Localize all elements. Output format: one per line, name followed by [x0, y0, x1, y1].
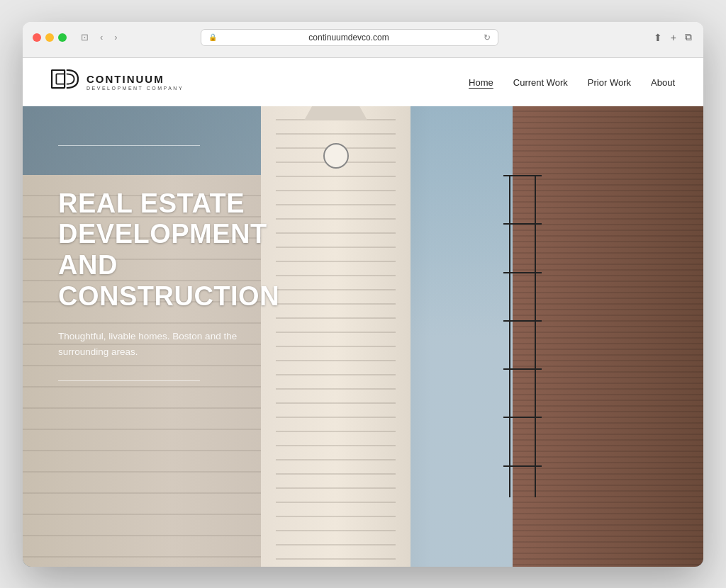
- nav-current-work-link[interactable]: Current Work: [513, 77, 568, 88]
- logo-text: CONTINUUM DEVELOPMENT COMPANY: [86, 74, 184, 91]
- maximize-button[interactable]: [58, 33, 67, 42]
- hero-heading-line1: REAL ESTATE: [58, 188, 245, 218]
- hero-divider-top: [58, 145, 200, 146]
- svg-rect-0: [52, 69, 65, 87]
- building-right: [513, 106, 703, 567]
- website-content: CONTINUUM DEVELOPMENT COMPANY Home Curre…: [23, 58, 703, 567]
- browser-chrome: ⊡ ‹ › 🔒 continuumdevco.com ↻ ⬆ + ⧉: [23, 22, 703, 58]
- lock-icon: 🔒: [208, 33, 217, 41]
- hero-heading-line2: DEVELOPMENT: [58, 219, 267, 249]
- hero-section: REAL ESTATE DEVELOPMENT AND CONSTRUCTION…: [23, 106, 703, 567]
- back-button[interactable]: ‹: [97, 31, 106, 43]
- nav-home-link[interactable]: Home: [469, 77, 493, 88]
- address-bar[interactable]: 🔒 continuumdevco.com ↻: [201, 29, 498, 46]
- fire-escape-step: [503, 223, 542, 225]
- url-text: continuumdevco.com: [221, 33, 476, 43]
- fire-escape-step: [503, 368, 542, 370]
- fire-escape-step: [503, 417, 542, 418]
- logo-icon: [51, 69, 79, 95]
- minimize-button[interactable]: [45, 33, 54, 42]
- nav-about-link[interactable]: About: [651, 77, 675, 88]
- fire-escape: [503, 175, 542, 497]
- hero-subtext: Thoughtful, livable homes. Boston and th…: [58, 329, 257, 359]
- share-button[interactable]: ⬆: [652, 30, 664, 45]
- browser-controls: ⊡ ‹ ›: [78, 31, 121, 43]
- fire-escape-step: [503, 272, 542, 273]
- fire-escape-step: [503, 465, 542, 467]
- fire-escape-step: [503, 320, 542, 322]
- nav-prior-work-link[interactable]: Prior Work: [588, 77, 631, 88]
- traffic-lights: [33, 33, 67, 42]
- svg-rect-1: [56, 74, 65, 84]
- nav-item-prior-work[interactable]: Prior Work: [588, 76, 631, 89]
- nav-links: Home Current Work Prior Work About: [469, 76, 675, 89]
- nav-item-home[interactable]: Home: [469, 76, 493, 89]
- browser-window: ⊡ ‹ › 🔒 continuumdevco.com ↻ ⬆ + ⧉: [23, 22, 703, 567]
- nav-item-current-work[interactable]: Current Work: [513, 76, 568, 89]
- browser-actions: ⬆ + ⧉: [652, 30, 693, 45]
- sidebar-toggle[interactable]: ⊡: [78, 31, 91, 43]
- hero-heading-line3: AND CONSTRUCTION: [58, 250, 279, 311]
- hero-divider-bottom: [58, 380, 200, 381]
- forward-button[interactable]: ›: [111, 31, 120, 43]
- hero-content: REAL ESTATE DEVELOPMENT AND CONSTRUCTION…: [23, 106, 363, 567]
- new-tab-button[interactable]: +: [669, 30, 678, 45]
- windows-button[interactable]: ⧉: [683, 30, 693, 45]
- nav-item-about[interactable]: About: [651, 76, 675, 89]
- site-navigation: CONTINUUM DEVELOPMENT COMPANY Home Curre…: [23, 58, 703, 106]
- reload-icon[interactable]: ↻: [484, 33, 491, 43]
- logo[interactable]: CONTINUUM DEVELOPMENT COMPANY: [51, 69, 184, 95]
- logo-subtitle: DEVELOPMENT COMPANY: [86, 86, 184, 91]
- fire-escape-step: [503, 175, 542, 176]
- hero-heading: REAL ESTATE DEVELOPMENT AND CONSTRUCTION: [58, 188, 328, 312]
- logo-name: CONTINUUM: [86, 74, 184, 84]
- close-button[interactable]: [33, 33, 41, 42]
